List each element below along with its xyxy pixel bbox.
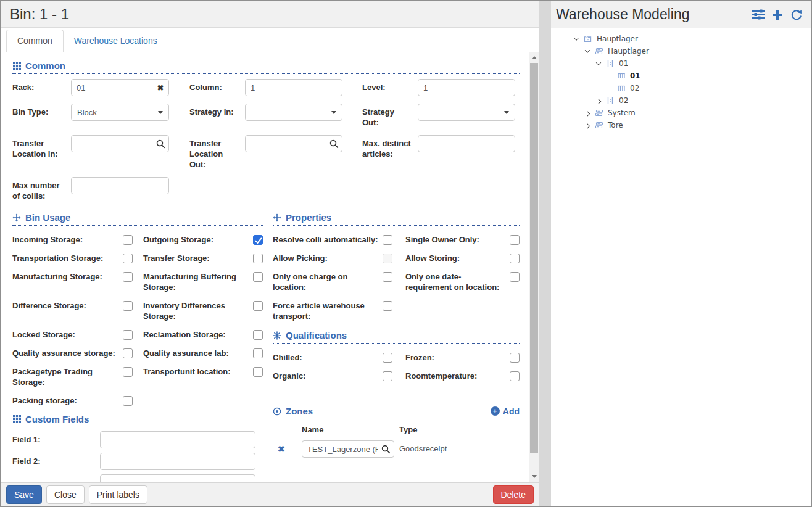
frozen-checkbox[interactable] [510,353,520,363]
roomtemperature-checkbox[interactable] [510,371,520,381]
section-title: Qualifications [286,330,347,340]
transportunit-location-label: Transportunit location: [143,366,253,377]
max-number-of-collis-input[interactable] [71,177,169,194]
tree-node-warehouse-hauptlager[interactable]: Hauptlager [573,33,811,45]
custom-fields-rows: Field 1: Field 2: [12,431,263,482]
save-button[interactable]: Save [6,485,42,504]
organic-label: Organic: [273,371,383,381]
bin-type-select[interactable]: Block [71,104,169,121]
scrollbar-thumb[interactable] [530,63,538,453]
bin-icon [616,83,626,93]
delete-button[interactable]: Delete [493,485,534,504]
strategy-out-select[interactable] [418,104,515,121]
rack-input[interactable] [71,79,169,96]
bin-type-label: Bin Type: [12,104,71,117]
max-distinct-articles-wrap [418,135,515,152]
chevron-right-icon[interactable] [584,109,591,117]
outgoing-storage-checkbox[interactable] [253,235,263,245]
tree-node-area-hauptlager[interactable]: Hauptlager [573,45,811,57]
search-icon[interactable] [381,444,391,454]
incoming-storage-label: Incoming Storage: [12,234,123,245]
max-number-of-collis-wrap [71,177,169,194]
single-owner-only-checkbox[interactable] [510,235,520,245]
level-input[interactable] [418,79,515,96]
column-input[interactable] [245,79,342,96]
filter-sliders-icon[interactable] [752,8,765,22]
section-header-custom-fields: Custom Fields [12,414,263,427]
vertical-scrollbar[interactable] [529,52,539,482]
clear-icon[interactable]: ✖ [155,83,165,93]
tree-node-bin-01[interactable]: 01 [573,70,811,82]
remove-zone-icon[interactable]: ✖ [273,445,302,453]
tree-node-rack-02[interactable]: 02 [573,94,811,107]
warehouse-modeling-panel: Warehouse Modeling Hauptlager [551,1,811,506]
transportation-storage-checkbox[interactable] [123,254,133,263]
chevron-right-icon[interactable] [584,122,591,129]
section-title: Bin Usage [25,212,70,223]
resolve-colli-automatically-checkbox[interactable] [383,235,392,245]
tree-node-area-system[interactable]: System [573,107,811,119]
only-one-date-requirement-checkbox[interactable] [510,272,520,282]
quality-assurance-lab-checkbox[interactable] [253,348,263,358]
transfer-location-out-wrap [245,135,342,152]
strategy-in-select[interactable] [245,104,342,121]
packagetype-trading-storage-checkbox[interactable] [123,367,133,377]
tab-warehouse-locations[interactable]: Warehouse Locations [64,30,168,52]
difference-storage-checkbox[interactable] [123,301,133,311]
only-one-charge-on-location-checkbox[interactable] [383,272,392,282]
scroll-down-arrow[interactable] [529,471,539,481]
transportunit-location-checkbox[interactable] [253,367,263,377]
rack-label: Rack: [12,79,71,93]
panel-divider [539,1,551,506]
packing-storage-checkbox[interactable] [123,396,133,406]
locked-storage-label: Locked Storage: [12,329,123,340]
section-title: Properties [286,212,331,223]
chevron-down-icon[interactable] [584,47,591,55]
form-footer: Save Close Print labels Delete [1,482,539,506]
manufacturing-buffering-storage-checkbox[interactable] [253,272,263,282]
allow-storing-checkbox[interactable] [510,254,520,263]
inventory-differences-storage-checkbox[interactable] [253,301,263,311]
page-title: Bin: 1 - 1 [10,6,69,23]
tab-common[interactable]: Common [6,30,64,52]
only-one-date-requirement-label: Only one date-requirement on location: [405,271,510,292]
max-distinct-articles-input[interactable] [418,135,515,152]
field3-input-partial[interactable] [100,474,255,482]
transfer-location-in-input[interactable] [71,135,169,152]
locked-storage-checkbox[interactable] [123,330,133,340]
warehouse-icon [583,34,593,44]
zone-row: ✖ Goodsreceipt [273,440,520,458]
print-labels-button[interactable]: Print labels [89,485,147,504]
allow-picking-checkbox [383,254,392,263]
roomtemperature-label: Roomtemperature: [405,371,510,381]
chevron-right-icon[interactable] [595,97,602,104]
incoming-storage-checkbox[interactable] [123,235,133,245]
quality-assurance-storage-checkbox[interactable] [123,348,133,358]
transfer-location-out-input[interactable] [245,135,342,152]
field2-input[interactable] [100,453,255,470]
chevron-down-icon[interactable] [595,60,602,67]
transfer-storage-checkbox[interactable] [253,254,263,263]
refresh-icon[interactable] [790,8,803,22]
tree-node-label: 02 [619,96,628,105]
chilled-checkbox[interactable] [383,353,392,363]
field1-input[interactable] [100,431,255,448]
search-icon[interactable] [155,139,165,149]
scroll-up-arrow[interactable] [529,52,539,62]
force-article-warehouse-transport-checkbox[interactable] [383,301,392,311]
search-icon[interactable] [329,139,339,149]
tree-node-bin-02[interactable]: 02 [573,82,811,94]
close-button[interactable]: Close [46,485,85,504]
tree-node-area-tore[interactable]: Tore [573,119,811,131]
tree-node-rack-01[interactable]: 01 [573,57,811,70]
section-header-zones: Zones Add [273,406,520,419]
right-column: Properties Resolve colli automatically: … [273,212,520,482]
manufacturing-storage-checkbox[interactable] [123,272,133,282]
left-column: Bin Usage Incoming Storage: Outgoing Sto… [12,212,263,482]
reclamation-storage-checkbox[interactable] [253,330,263,340]
zones-name-header: Name [302,425,399,434]
chevron-down-icon[interactable] [573,35,580,43]
add-zone-button[interactable]: Add [491,406,520,416]
organic-checkbox[interactable] [383,371,392,381]
add-icon[interactable] [771,8,784,22]
